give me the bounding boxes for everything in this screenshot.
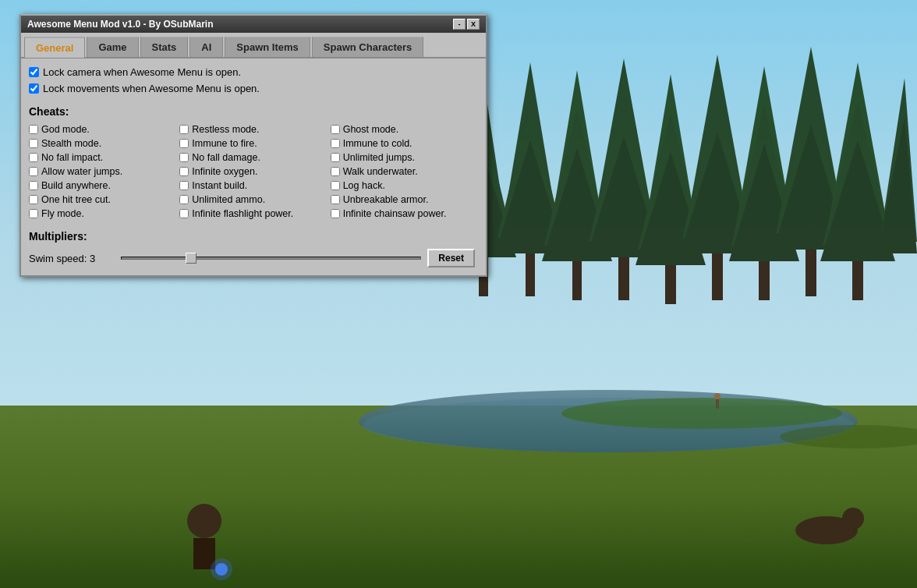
tabs-bar: General Game Stats AI Spawn Items Spawn … <box>21 33 486 57</box>
cheat-infinite-flashlight-checkbox[interactable] <box>179 209 189 218</box>
cheat-immune-fire: Immune to fire. <box>179 138 324 149</box>
cheats-grid: God mode. Restless mode. Ghost mode. Ste… <box>29 124 475 219</box>
cheat-instant-build-checkbox[interactable] <box>179 181 189 190</box>
cheat-allow-water-jumps-label: Allow water jumps. <box>41 166 122 177</box>
cheat-god-mode: God mode. <box>29 124 173 135</box>
reset-button[interactable]: Reset <box>427 249 475 267</box>
cheat-fly-mode-checkbox[interactable] <box>29 209 38 218</box>
cheat-allow-water-jumps: Allow water jumps. <box>29 166 173 177</box>
cheat-infinite-flashlight: Infinite flashlight power. <box>179 208 324 219</box>
cheat-instant-build-label: Instant build. <box>192 180 247 191</box>
cheat-no-fall-impact-checkbox[interactable] <box>29 153 38 162</box>
cheat-build-anywhere-label: Build anywhere. <box>41 180 111 191</box>
tab-spawn-items[interactable]: Spawn Items <box>225 37 310 58</box>
cheat-unbreakable-armor-checkbox[interactable] <box>331 195 340 204</box>
cheat-god-mode-label: God mode. <box>41 124 90 135</box>
tab-game[interactable]: Game <box>87 37 138 58</box>
cheat-unbreakable-armor-label: Unbreakable armor. <box>343 194 429 205</box>
lock-camera-row: Lock camera when Awesome Menu is open. <box>29 66 475 78</box>
cheat-fly-mode: Fly mode. <box>29 208 173 219</box>
cheat-build-anywhere-checkbox[interactable] <box>29 181 38 190</box>
close-button[interactable]: X <box>467 19 480 30</box>
cheat-no-fall-damage: No fall damage. <box>179 152 324 163</box>
cheat-allow-water-jumps-checkbox[interactable] <box>29 167 38 176</box>
lock-movements-label: Lock movements when Awesome Menu is open… <box>43 83 260 94</box>
cheat-no-fall-impact-label: No fall impact. <box>41 152 103 163</box>
lock-movements-checkbox[interactable] <box>29 83 39 94</box>
cheat-ghost-mode-checkbox[interactable] <box>331 125 340 134</box>
minimize-button[interactable]: - <box>453 19 466 30</box>
cheat-infinite-oxygen-checkbox[interactable] <box>179 167 189 176</box>
lock-camera-label: Lock camera when Awesome Menu is open. <box>43 66 241 78</box>
swim-speed-slider[interactable] <box>121 257 421 260</box>
cheat-walk-underwater-checkbox[interactable] <box>331 167 340 176</box>
cheat-stealth-mode-label: Stealth mode. <box>41 138 101 149</box>
cheat-unlimited-ammo-label: Unlimited ammo. <box>192 194 265 205</box>
cheat-infinite-chainsaw-label: Infinite chainsaw power. <box>343 208 447 219</box>
cheat-infinite-flashlight-label: Infinite flashlight power. <box>192 208 293 219</box>
cheat-restless-mode-checkbox[interactable] <box>179 125 189 134</box>
window-body: Lock camera when Awesome Menu is open. L… <box>21 57 486 275</box>
cheat-immune-fire-checkbox[interactable] <box>179 139 189 148</box>
cheat-infinite-chainsaw-checkbox[interactable] <box>331 209 340 218</box>
cheat-restless-mode: Restless mode. <box>179 124 324 135</box>
cheat-unlimited-jumps-checkbox[interactable] <box>331 153 340 162</box>
swim-speed-label: Swim speed: 3 <box>29 253 115 264</box>
cheat-one-hit-tree-label: One hit tree cut. <box>41 194 111 205</box>
cheat-stealth-mode-checkbox[interactable] <box>29 139 38 148</box>
cheat-log-hack-label: Log hack. <box>343 180 385 191</box>
cheat-immune-fire-label: Immune to fire. <box>192 138 257 149</box>
title-bar: Awesome Menu Mod v1.0 - By OSubMarin - X <box>21 16 486 33</box>
cheat-infinite-chainsaw: Infinite chainsaw power. <box>331 208 475 219</box>
cheat-one-hit-tree: One hit tree cut. <box>29 194 173 205</box>
cheat-immune-cold: Immune to cold. <box>331 138 475 149</box>
cheat-stealth-mode: Stealth mode. <box>29 138 173 149</box>
cheat-unlimited-jumps: Unlimited jumps. <box>331 152 475 163</box>
cheat-infinite-oxygen-label: Infinite oxygen. <box>192 166 257 177</box>
cheat-god-mode-checkbox[interactable] <box>29 125 38 134</box>
scroll-container[interactable]: Lock camera when Awesome Menu is open. L… <box>29 66 478 267</box>
cheat-ghost-mode-label: Ghost mode. <box>343 124 399 135</box>
cheat-one-hit-tree-checkbox[interactable] <box>29 195 38 204</box>
swim-speed-row: Swim speed: 3 Reset <box>29 249 475 267</box>
cheat-log-hack: Log hack. <box>331 180 475 191</box>
cheat-infinite-oxygen: Infinite oxygen. <box>179 166 324 177</box>
window-title: Awesome Menu Mod v1.0 - By OSubMarin <box>27 19 214 30</box>
cheat-build-anywhere: Build anywhere. <box>29 180 173 191</box>
cheat-no-fall-damage-label: No fall damage. <box>192 152 260 163</box>
cheat-ghost-mode: Ghost mode. <box>331 124 475 135</box>
cheat-no-fall-damage-checkbox[interactable] <box>179 153 189 162</box>
cheat-unlimited-ammo-checkbox[interactable] <box>179 195 189 204</box>
tab-ai[interactable]: AI <box>189 37 223 58</box>
tab-spawn-characters[interactable]: Spawn Characters <box>312 37 423 58</box>
multipliers-section-label: Multipliers: <box>29 230 475 243</box>
lock-camera-checkbox[interactable] <box>29 67 39 77</box>
tab-stats[interactable]: Stats <box>140 37 189 58</box>
cheat-walk-underwater-label: Walk underwater. <box>343 166 418 177</box>
title-bar-controls: - X <box>453 19 480 30</box>
cheat-unlimited-ammo: Unlimited ammo. <box>179 194 324 205</box>
cheat-walk-underwater: Walk underwater. <box>331 166 475 177</box>
cheat-unlimited-jumps-label: Unlimited jumps. <box>343 152 415 163</box>
cheat-unbreakable-armor: Unbreakable armor. <box>331 194 475 205</box>
cheat-fly-mode-label: Fly mode. <box>41 208 84 219</box>
cheat-no-fall-impact: No fall impact. <box>29 152 173 163</box>
cheat-log-hack-checkbox[interactable] <box>331 181 340 190</box>
lock-movements-row: Lock movements when Awesome Menu is open… <box>29 83 475 94</box>
cheat-immune-cold-checkbox[interactable] <box>331 139 340 148</box>
cheat-immune-cold-label: Immune to cold. <box>343 138 412 149</box>
tab-general[interactable]: General <box>24 37 85 58</box>
cheats-section-label: Cheats: <box>29 105 475 118</box>
mod-window: Awesome Menu Mod v1.0 - By OSubMarin - X… <box>19 14 487 277</box>
cheat-instant-build: Instant build. <box>179 180 324 191</box>
cheat-restless-mode-label: Restless mode. <box>192 124 259 135</box>
